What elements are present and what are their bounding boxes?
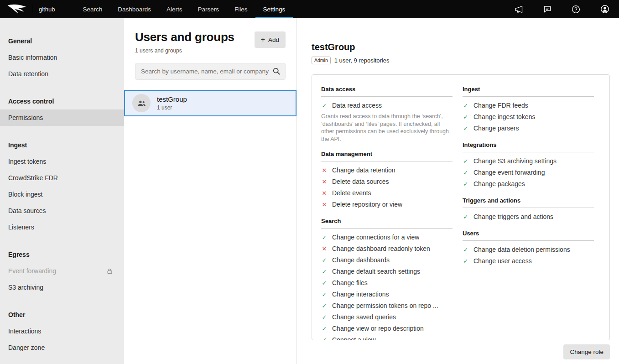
announcement-icon[interactable]: [514, 5, 524, 14]
permission-label: Delete events: [332, 189, 371, 198]
topbar-actions: [514, 4, 612, 14]
group-detail-panel: testGroup Admin 1 user, 9 repositories D…: [297, 18, 619, 364]
page-title: Users and groups: [135, 30, 234, 44]
account-icon[interactable]: [600, 4, 610, 14]
sidebar-item-danger-zone[interactable]: Danger zone: [0, 339, 124, 356]
permission-label: Change interactions: [332, 290, 389, 299]
permission-row: ✕Delete repository or view: [321, 199, 453, 210]
permission-label: Data read access: [332, 101, 382, 110]
permission-row: ✓Change dashboards: [321, 255, 453, 266]
permission-label: Change user access: [473, 257, 532, 265]
check-icon: ✓: [463, 245, 469, 254]
permission-row: ✓Change parsers: [463, 123, 594, 134]
group-list-item[interactable]: testGroup1 user: [124, 90, 296, 116]
sidebar-item-listeners[interactable]: Listeners: [0, 219, 124, 235]
feedback-icon[interactable]: [543, 5, 552, 14]
sidebar-item-basic-information[interactable]: Basic information: [0, 49, 124, 66]
tab-alerts[interactable]: Alerts: [159, 0, 190, 18]
permission-label: Delete repository or view: [332, 200, 402, 209]
permission-section-triggers-and-actions: Triggers and actions✓Change triggers and…: [463, 197, 594, 223]
tab-search[interactable]: Search: [75, 0, 110, 18]
check-icon: ✓: [321, 279, 328, 287]
search-icon: [272, 67, 281, 76]
permission-section-header: Data management: [321, 151, 453, 161]
cross-icon: ✕: [321, 200, 328, 209]
check-icon: ✓: [463, 124, 469, 133]
permission-row: ✕Delete data sources: [321, 176, 453, 187]
permission-label: Change dashboards: [332, 256, 390, 265]
permission-row: ✓Change packages: [463, 178, 594, 190]
sidebar-item-label: CrowdStrike FDR: [8, 174, 58, 182]
permission-label: Change connections for a view: [332, 233, 419, 242]
check-icon: ✓: [463, 113, 469, 121]
check-icon: ✓: [321, 256, 328, 265]
sidebar-item-label: Interactions: [8, 328, 41, 335]
permission-label: Change data deletion permissions: [473, 245, 570, 254]
cross-icon: ✕: [321, 244, 328, 253]
permission-label: Change event forwarding: [473, 168, 545, 177]
sidebar-section-header: Egress: [0, 246, 124, 263]
permission-section-header: Users: [463, 230, 594, 241]
permission-row: ✓Connect a view: [321, 334, 453, 341]
permissions-card: Data access✓Data read accessGrants read …: [312, 74, 610, 340]
topbar: github SearchDashboardsAlertsParsersFile…: [0, 0, 619, 18]
check-icon: ✓: [321, 336, 328, 341]
permission-row: ✓Change event forwarding: [463, 167, 594, 178]
permission-row: ✓Data read access: [321, 100, 453, 111]
permission-row: ✕Change dashboard readonly token: [321, 243, 453, 255]
permissions-column-left: Data access✓Data read accessGrants read …: [321, 86, 453, 329]
sidebar-item-label: Basic information: [8, 54, 57, 61]
cross-icon: ✕: [321, 166, 328, 175]
sidebar-item-data-sources[interactable]: Data sources: [0, 203, 124, 219]
cross-icon: ✕: [321, 189, 328, 198]
permission-section-search: Search✓Change connections for a view✕Cha…: [321, 218, 453, 341]
sidebar: GeneralBasic informationData retentionAc…: [0, 18, 124, 364]
check-icon: ✓: [463, 257, 469, 265]
sidebar-item-permissions[interactable]: Permissions: [0, 109, 124, 126]
sidebar-item-label: Block ingest: [8, 191, 42, 198]
permission-section-data-management: Data management✕Change data retention✕De…: [321, 151, 453, 210]
search-bar: [135, 63, 286, 80]
sidebar-item-block-ingest[interactable]: Block ingest: [0, 186, 124, 203]
permission-row: ✓Change ingest tokens: [463, 111, 594, 123]
search-input[interactable]: [135, 63, 286, 80]
sidebar-section-header: General: [0, 33, 124, 49]
sidebar-item-label: Listeners: [8, 224, 34, 231]
help-icon[interactable]: [571, 5, 581, 14]
permissions-column-right: Ingest✓Change FDR feeds✓Change ingest to…: [463, 86, 594, 329]
check-icon: ✓: [463, 180, 469, 188]
permission-label: Change packages: [473, 180, 525, 188]
users-groups-panel: Users and groups 1 users and groups + Ad…: [124, 18, 297, 364]
sidebar-item-label: Ingest tokens: [8, 158, 46, 165]
crowdstrike-logo-icon: [6, 3, 27, 15]
permission-section-header: Integrations: [463, 141, 594, 152]
tab-settings[interactable]: Settings: [255, 0, 293, 18]
sidebar-item-data-retention[interactable]: Data retention: [0, 66, 124, 82]
group-name: testGroup: [157, 95, 187, 103]
sidebar-item-ingest-tokens[interactable]: Ingest tokens: [0, 153, 124, 170]
permission-row: ✓Change S3 archiving settings: [463, 156, 594, 167]
permission-row: ✓Change triggers and actions: [463, 211, 594, 223]
permission-description: Grants read access to data through the ‘…: [321, 113, 453, 143]
sidebar-item-label: Data retention: [8, 70, 48, 78]
sidebar-item-event-forwarding[interactable]: Event forwarding: [0, 263, 124, 279]
sidebar-item-interactions[interactable]: Interactions: [0, 323, 124, 339]
sidebar-item-crowdstrike-fdr[interactable]: CrowdStrike FDR: [0, 170, 124, 186]
sidebar-item-s3-archiving[interactable]: S3 archiving: [0, 279, 124, 296]
change-role-button[interactable]: Change role: [563, 344, 610, 359]
permission-row: ✓Change FDR feeds: [463, 100, 594, 111]
permission-section-header: Search: [321, 218, 453, 229]
user-group-list: testGroup1 user: [124, 90, 296, 116]
permission-label: Change view or repo description: [332, 324, 424, 333]
lock-icon: [106, 268, 113, 275]
permission-row: ✓Change data deletion permissions: [463, 244, 594, 255]
tab-files[interactable]: Files: [227, 0, 255, 18]
main-content: GeneralBasic informationData retentionAc…: [0, 18, 619, 364]
permission-label: Change saved queries: [332, 313, 396, 322]
add-button[interactable]: + Add: [255, 31, 286, 48]
permission-row: ✕Change data retention: [321, 165, 453, 176]
sidebar-section-egress: EgressEvent forwardingS3 archiving: [0, 246, 124, 296]
tab-dashboards[interactable]: Dashboards: [110, 0, 159, 18]
check-icon: ✓: [321, 267, 328, 276]
tab-parsers[interactable]: Parsers: [190, 0, 227, 18]
